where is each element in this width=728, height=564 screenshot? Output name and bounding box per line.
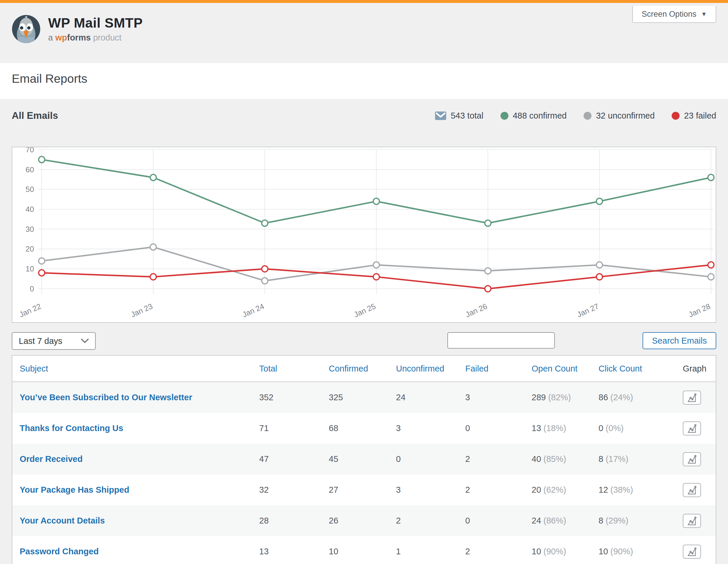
- total-cell: 352: [259, 393, 329, 402]
- count-percent: (17%): [606, 454, 628, 464]
- view-graph-button[interactable]: [683, 545, 701, 559]
- data-point-confirmed: [39, 156, 45, 163]
- column-header-open-count[interactable]: Open Count: [532, 364, 599, 373]
- y-axis-tick-label: 60: [26, 165, 34, 174]
- email-reports-table: SubjectTotalConfirmedUnconfirmedFailedOp…: [12, 355, 716, 564]
- search-input[interactable]: [447, 332, 555, 348]
- confirmed-cell: 68: [329, 423, 396, 433]
- emails-chart-card: 010203040506070Jan 22Jan 23Jan 24Jan 25J…: [12, 147, 716, 323]
- graph-cell: [683, 452, 716, 466]
- y-axis-tick-label: 10: [26, 265, 34, 273]
- count-value: 40: [532, 454, 543, 464]
- email-subject-link[interactable]: Your Account Details: [20, 516, 105, 525]
- table-row: Your Package Has Shipped32273220 (62%)12…: [12, 474, 716, 505]
- data-point-unconfirmed: [596, 262, 603, 268]
- graph-cell: [683, 421, 716, 435]
- count-percent: (0%): [606, 423, 623, 433]
- subject-cell: Order Received: [12, 454, 259, 464]
- data-point-confirmed: [262, 220, 268, 226]
- page-title-band: Email Reports: [0, 63, 728, 99]
- confirmed-cell: 27: [329, 485, 396, 495]
- view-graph-button[interactable]: [683, 514, 701, 528]
- screen-options-button[interactable]: Screen Options ▼: [632, 6, 716, 23]
- column-header-subject[interactable]: Subject: [12, 364, 259, 373]
- search-emails-button[interactable]: Search Emails: [643, 332, 716, 349]
- failed-cell: 2: [465, 485, 532, 495]
- data-point-unconfirmed: [262, 278, 268, 284]
- wp-mail-smtp-email-reports-page: { "colors": { "topbar": "#fb9827", "link…: [0, 0, 728, 564]
- tagline-product: product: [93, 33, 122, 42]
- confirmed-cell: 325: [329, 393, 396, 402]
- count-percent: (18%): [543, 423, 566, 433]
- count-percent: (90%): [543, 547, 566, 556]
- data-point-unconfirmed: [485, 268, 491, 274]
- view-graph-button[interactable]: [683, 421, 701, 435]
- data-point-confirmed: [708, 174, 714, 181]
- x-axis-tick-label: Jan 27: [576, 302, 600, 319]
- total-cell: 47: [259, 454, 329, 464]
- view-graph-button[interactable]: [683, 483, 701, 497]
- legend-label: 543 total: [451, 111, 483, 121]
- page-title: Email Reports: [12, 72, 87, 86]
- table-body: You’ve Been Subscribed to Our Newsletter…: [12, 382, 716, 564]
- data-point-failed: [373, 274, 380, 280]
- email-subject-link[interactable]: Thanks for Contacting Us: [20, 423, 123, 433]
- date-range-select[interactable]: Last 7 days: [12, 332, 96, 350]
- count-value: 24: [532, 516, 543, 525]
- graph-cell: [683, 483, 716, 497]
- table-row: Your Account Details28262024 (86%)8 (29%…: [12, 505, 716, 536]
- click-count-cell: 12 (38%): [599, 485, 683, 495]
- email-subject-link[interactable]: Order Received: [20, 454, 82, 464]
- count-value: 289: [532, 393, 548, 402]
- dot-icon: [584, 112, 591, 120]
- subject-cell: Password Changed: [12, 547, 259, 556]
- column-header-confirmed[interactable]: Confirmed: [329, 364, 396, 373]
- x-axis-tick-label: Jan 24: [241, 302, 266, 319]
- data-point-confirmed: [150, 174, 156, 181]
- column-header-click-count[interactable]: Click Count: [599, 364, 683, 373]
- logo-block: WP Mail SMTP a wpforms product: [12, 15, 143, 43]
- view-graph-button[interactable]: [683, 452, 701, 466]
- failed-cell: 2: [465, 547, 532, 556]
- mini-line-chart-icon: [686, 515, 697, 527]
- confirmed-cell: 10: [329, 547, 396, 556]
- count-percent: (82%): [548, 393, 571, 402]
- data-point-failed: [596, 274, 603, 280]
- column-header-total[interactable]: Total: [259, 364, 329, 373]
- failed-cell: 0: [465, 516, 532, 526]
- count-value: 8: [599, 516, 606, 525]
- tagline-forms: forms: [67, 33, 91, 42]
- email-subject-link[interactable]: Your Package Has Shipped: [20, 485, 129, 494]
- column-header-failed[interactable]: Failed: [465, 364, 532, 373]
- data-point-failed: [708, 262, 714, 268]
- y-axis-tick-label: 40: [26, 205, 34, 214]
- count-value: 10: [532, 547, 543, 556]
- open-count-cell: 10 (90%): [532, 547, 599, 556]
- data-point-confirmed: [485, 220, 491, 226]
- y-axis-tick-label: 50: [26, 185, 34, 194]
- report-controls: Last 7 days Search Emails: [12, 332, 716, 350]
- email-subject-link[interactable]: Password Changed: [20, 547, 99, 556]
- view-graph-button[interactable]: [683, 390, 701, 405]
- logo-text: WP Mail SMTP a wpforms product: [48, 16, 143, 43]
- email-subject-link[interactable]: You’ve Been Subscribed to Our Newsletter: [20, 393, 192, 402]
- mini-line-chart-icon: [686, 391, 697, 404]
- count-percent: (29%): [606, 516, 628, 525]
- unconfirmed-cell: 3: [396, 423, 465, 433]
- legend-item: 543 total: [435, 111, 483, 121]
- column-header-graph: Graph: [683, 364, 716, 373]
- chart-legend: 543 total488 confirmed32 unconfirmed23 f…: [435, 111, 716, 121]
- legend-item: 32 unconfirmed: [584, 111, 655, 121]
- legend-item: 23 failed: [672, 111, 716, 121]
- subject-cell: Your Package Has Shipped: [12, 485, 259, 495]
- data-point-unconfirmed: [150, 244, 156, 250]
- column-header-unconfirmed[interactable]: Unconfirmed: [396, 364, 465, 373]
- x-axis-tick-label: Jan 23: [129, 302, 154, 319]
- confirmed-cell: 45: [329, 454, 396, 464]
- total-cell: 32: [259, 485, 329, 495]
- table-row: Thanks for Contacting Us71683013 (18%)0 …: [12, 413, 716, 444]
- failed-cell: 2: [465, 454, 532, 464]
- count-percent: (86%): [543, 516, 566, 525]
- total-cell: 28: [259, 516, 329, 526]
- subject-cell: You’ve Been Subscribed to Our Newsletter: [12, 393, 259, 402]
